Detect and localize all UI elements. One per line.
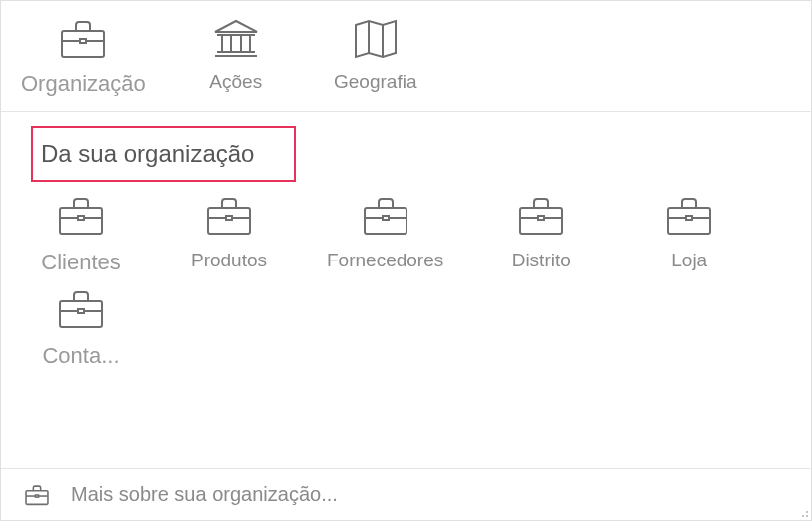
briefcase-icon xyxy=(362,196,409,236)
svg-rect-15 xyxy=(78,216,84,220)
nav-label-acoes: Ações xyxy=(209,71,262,93)
nav-item-acoes[interactable]: Ações xyxy=(186,19,286,97)
nav-label-organizacao: Organização xyxy=(21,71,146,97)
svg-point-35 xyxy=(802,515,804,517)
tile-fornecedores[interactable]: Fornecedores xyxy=(327,196,443,271)
briefcase-icon xyxy=(57,289,105,329)
tile-clientes[interactable]: Clientes xyxy=(31,196,131,275)
svg-rect-21 xyxy=(383,216,389,220)
bank-icon xyxy=(212,19,260,59)
briefcase-icon xyxy=(25,484,49,506)
tile-distrito[interactable]: Distrito xyxy=(491,196,591,271)
footer-text: Mais sobre sua organização... xyxy=(71,483,338,506)
map-icon xyxy=(352,19,400,59)
top-nav: Organização Ações Geografia xyxy=(1,1,811,107)
section-title: Da sua organização xyxy=(41,140,254,167)
tile-label-produtos: Produtos xyxy=(191,250,267,271)
tile-produtos[interactable]: Produtos xyxy=(179,196,279,271)
svg-rect-27 xyxy=(686,216,692,220)
section-header-highlighted: Da sua organização xyxy=(31,126,296,182)
tile-label-loja: Loja xyxy=(671,250,707,271)
briefcase-icon xyxy=(665,196,713,236)
nav-label-geografia: Geografia xyxy=(334,71,416,93)
svg-point-36 xyxy=(806,515,808,517)
tile-loja[interactable]: Loja xyxy=(639,196,739,271)
tile-conta[interactable]: Conta... xyxy=(31,289,131,369)
briefcase-icon xyxy=(517,196,565,236)
tile-label-clientes: Clientes xyxy=(41,250,120,275)
svg-rect-2 xyxy=(80,39,86,43)
briefcase-icon xyxy=(59,19,107,59)
org-tiles-row-2: Conta... xyxy=(1,283,811,373)
svg-rect-24 xyxy=(538,216,544,220)
tile-label-conta: Conta... xyxy=(42,343,119,369)
divider xyxy=(1,111,811,112)
nav-item-organizacao[interactable]: Organização xyxy=(21,19,146,97)
briefcase-icon xyxy=(205,196,253,236)
svg-rect-18 xyxy=(226,216,232,220)
svg-rect-30 xyxy=(78,309,84,313)
org-tiles-row: Clientes Produtos Fornecedores xyxy=(1,182,811,283)
nav-item-geografia[interactable]: Geografia xyxy=(326,19,425,97)
footer-bar[interactable]: Mais sobre sua organização... xyxy=(1,468,811,520)
svg-point-34 xyxy=(806,511,808,513)
briefcase-icon xyxy=(57,196,105,236)
tile-label-distrito: Distrito xyxy=(512,250,571,271)
tile-label-fornecedores: Fornecedores xyxy=(327,250,443,271)
resize-grip-icon[interactable] xyxy=(799,508,809,518)
svg-marker-3 xyxy=(215,21,257,32)
svg-rect-33 xyxy=(35,495,38,497)
